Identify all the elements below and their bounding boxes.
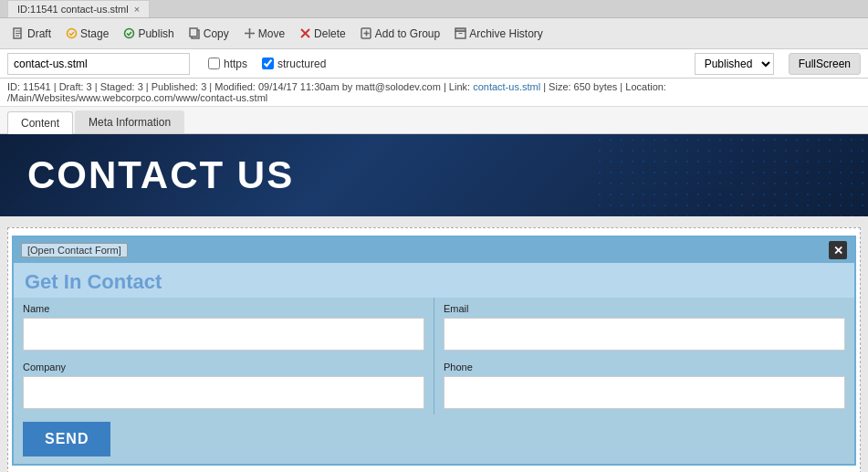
- structured-checkbox[interactable]: [262, 58, 274, 69]
- company-phone-row: Company Phone: [14, 356, 854, 414]
- stage-button[interactable]: Stage: [60, 26, 114, 42]
- email-label: Email: [444, 303, 845, 314]
- window-tab-close-icon[interactable]: ×: [134, 4, 140, 15]
- company-input[interactable]: [23, 376, 424, 409]
- svg-point-4: [68, 29, 77, 38]
- email-input[interactable]: [444, 318, 845, 351]
- copy-button[interactable]: Copy: [183, 26, 235, 42]
- draft-icon: [13, 27, 25, 39]
- hero-dots-decoration: [594, 134, 868, 216]
- https-label: https: [224, 58, 247, 70]
- structured-checkbox-group: structured: [262, 58, 326, 70]
- email-field-container: Email: [434, 298, 854, 356]
- get-in-contact-heading: Get In Contact: [14, 263, 854, 298]
- meta-text: ID: 11541 | Draft: 3 | Staged: 3 | Publi…: [7, 81, 861, 103]
- open-contact-form-label: [Open Contact Form]: [21, 243, 128, 257]
- filename-bar: https structured Published FullScreen: [0, 49, 868, 79]
- send-row: SEND: [14, 414, 854, 464]
- publish-icon: [123, 27, 135, 39]
- meta-link[interactable]: contact-us.stml: [473, 81, 540, 92]
- stage-icon: [66, 27, 78, 39]
- content-wrapper: [Open Contact Form] ✕ Get In Contact Nam…: [0, 216, 868, 472]
- dashed-container: [Open Contact Form] ✕ Get In Contact Nam…: [7, 227, 861, 472]
- form-panel-header: [Open Contact Form] ✕: [14, 237, 854, 263]
- archive-history-button[interactable]: Archive History: [449, 26, 549, 42]
- move-icon: [244, 27, 256, 39]
- tabs-container: Content Meta Information: [0, 107, 868, 134]
- window-tab-label: ID:11541 contact-us.stml: [17, 4, 129, 15]
- svg-rect-7: [190, 28, 197, 37]
- form-panel: [Open Contact Form] ✕ Get In Contact Nam…: [12, 236, 856, 466]
- delete-icon: [299, 27, 311, 39]
- name-field-container: Name: [14, 298, 434, 356]
- https-checkbox-group: https: [208, 58, 247, 70]
- publish-button[interactable]: Publish: [118, 26, 179, 42]
- delete-button[interactable]: Delete: [294, 26, 351, 42]
- draft-button[interactable]: Draft: [7, 26, 57, 42]
- svg-rect-17: [455, 31, 465, 38]
- move-button[interactable]: Move: [238, 26, 290, 42]
- tab-meta-information[interactable]: Meta Information: [75, 110, 184, 133]
- phone-label: Phone: [444, 362, 845, 372]
- window-tab[interactable]: ID:11541 contact-us.stml ×: [7, 0, 150, 17]
- hero-banner: CONTACT US: [0, 134, 868, 216]
- phone-field-container: Phone: [434, 356, 854, 414]
- content-area: CONTACT US [Open Contact Form] ✕ Get In …: [0, 134, 868, 472]
- company-label: Company: [23, 362, 424, 372]
- svg-point-5: [125, 29, 134, 38]
- https-checkbox[interactable]: [208, 58, 220, 69]
- send-button[interactable]: SEND: [23, 422, 110, 456]
- close-form-button[interactable]: ✕: [829, 241, 847, 259]
- add-to-group-button[interactable]: Add to Group: [355, 26, 445, 42]
- copy-icon: [189, 27, 201, 39]
- tab-content[interactable]: Content: [7, 111, 73, 134]
- archive-icon: [455, 27, 466, 39]
- company-field-container: Company: [14, 356, 434, 414]
- toolbar: Draft Stage Publish Copy Move Delete Add…: [0, 18, 868, 49]
- svg-rect-18: [455, 28, 465, 31]
- hero-title: CONTACT US: [27, 153, 294, 197]
- fullscreen-button[interactable]: FullScreen: [789, 53, 861, 75]
- name-input[interactable]: [23, 318, 424, 351]
- name-label: Name: [23, 303, 424, 314]
- filename-input[interactable]: [7, 53, 190, 75]
- structured-label: structured: [277, 58, 326, 70]
- add-to-group-icon: [361, 27, 372, 39]
- status-select[interactable]: Published: [695, 53, 774, 75]
- name-email-row: Name Email: [14, 298, 854, 356]
- phone-input[interactable]: [444, 376, 845, 409]
- meta-bar: ID: 11541 | Draft: 3 | Staged: 3 | Publi…: [0, 79, 868, 107]
